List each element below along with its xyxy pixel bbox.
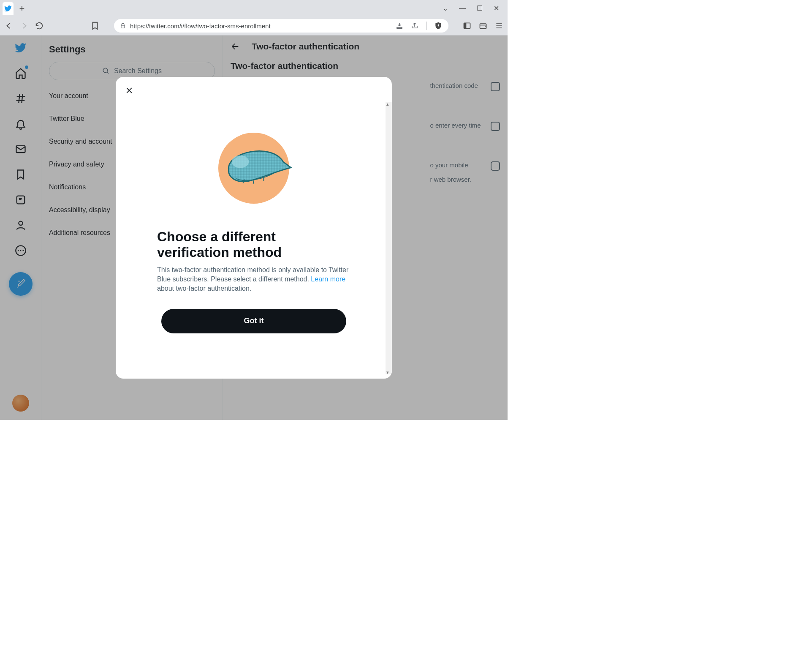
bookmark-button[interactable] bbox=[90, 21, 100, 30]
install-icon[interactable] bbox=[396, 22, 403, 30]
browser-chrome: + ⌄ — ☐ ✕ https://twitter.com/i/flow/two… bbox=[0, 0, 508, 35]
new-tab-button[interactable]: + bbox=[16, 3, 28, 14]
share-icon[interactable] bbox=[411, 22, 418, 30]
window-controls: ⌄ — ☐ ✕ bbox=[443, 4, 508, 12]
svg-rect-1 bbox=[464, 23, 467, 29]
verification-modal: Choose a different verification method T… bbox=[116, 77, 392, 379]
url-text: https://twitter.com/i/flow/two-factor-sm… bbox=[130, 22, 271, 30]
wallet-icon[interactable] bbox=[479, 22, 487, 30]
sidebar-icon[interactable] bbox=[463, 22, 471, 30]
forward-button[interactable] bbox=[19, 21, 29, 30]
svg-rect-2 bbox=[480, 24, 486, 29]
browser-toolbar: https://twitter.com/i/flow/two-factor-sm… bbox=[0, 17, 508, 35]
address-bar[interactable]: https://twitter.com/i/flow/two-factor-sm… bbox=[114, 19, 448, 33]
got-it-button[interactable]: Got it bbox=[161, 309, 346, 333]
modal-scrollbar[interactable] bbox=[386, 102, 392, 374]
close-window-icon[interactable]: ✕ bbox=[494, 4, 499, 12]
modal-learn-more-link[interactable]: Learn more bbox=[311, 275, 345, 283]
reload-button[interactable] bbox=[35, 21, 44, 30]
chevron-down-icon[interactable]: ⌄ bbox=[443, 5, 448, 12]
close-icon bbox=[125, 86, 133, 95]
lock-icon bbox=[120, 23, 126, 29]
maximize-icon[interactable]: ☐ bbox=[477, 4, 483, 12]
back-button[interactable] bbox=[4, 21, 14, 30]
browser-tab[interactable] bbox=[3, 2, 14, 15]
minimize-icon[interactable]: — bbox=[459, 5, 466, 12]
tab-strip: + ⌄ — ☐ ✕ bbox=[0, 0, 508, 17]
modal-title: Choose a different verification method bbox=[157, 229, 350, 260]
close-modal-button[interactable] bbox=[124, 85, 134, 95]
menu-icon[interactable] bbox=[495, 22, 503, 30]
modal-body: This two-factor authentication method is… bbox=[157, 265, 350, 294]
modal-illustration bbox=[212, 128, 296, 208]
brave-shield-icon[interactable] bbox=[434, 22, 443, 30]
helmet-icon bbox=[216, 140, 296, 191]
svg-point-12 bbox=[232, 155, 249, 168]
twitter-bird-icon bbox=[4, 5, 12, 12]
